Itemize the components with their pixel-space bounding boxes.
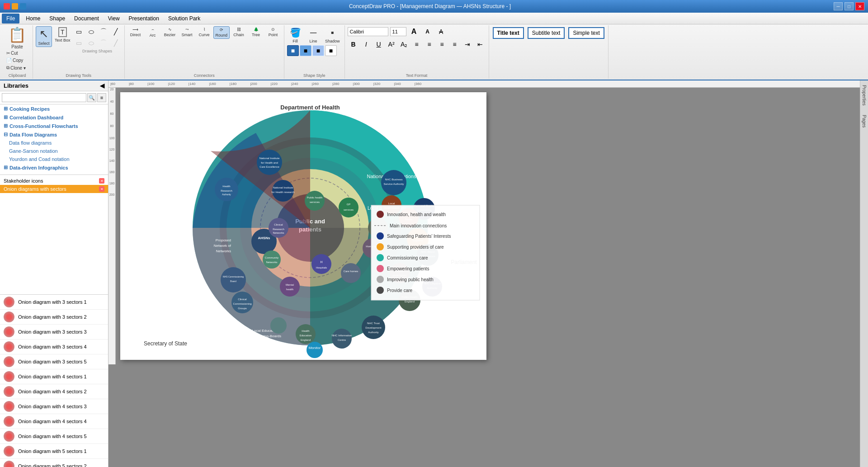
- style-1[interactable]: ■: [287, 45, 299, 56]
- simple-text-button[interactable]: Simple text: [568, 27, 604, 39]
- style-2[interactable]: ■: [300, 45, 311, 56]
- close-library-btn[interactable]: ✕: [99, 178, 104, 184]
- menu-view[interactable]: View: [104, 14, 124, 24]
- round-connector-button[interactable]: ⟳ Round: [213, 26, 230, 39]
- list-item[interactable]: Onion diagram with 5 sectors 1: [0, 444, 108, 459]
- minimize-btn[interactable]: ─: [834, 2, 843, 10]
- list-item[interactable]: Onion diagram with 3 sectors 4: [0, 340, 108, 354]
- list-item[interactable]: Onion diagram with 4 sectors 3: [0, 399, 108, 414]
- list-item[interactable]: Onion diagram with 4 sectors 2: [0, 384, 108, 399]
- ribbon-clipboard-group: 📋 Paste ✂ Cut 📄 Copy ⧉ Clone ▾ Clipboard: [2, 25, 33, 79]
- menu-shape[interactable]: Shape: [45, 14, 70, 24]
- direct-connector-button[interactable]: ⟶ Direct: [127, 26, 144, 38]
- svg-text:Centre: Centre: [338, 339, 346, 341]
- line-style-button[interactable]: ─ Line: [305, 26, 321, 44]
- clone-button[interactable]: ⧉ Clone ▾: [5, 64, 28, 71]
- list-item[interactable]: Onion diagram with 3 sectors 3: [0, 325, 108, 340]
- subscript-btn[interactable]: A₂: [398, 39, 410, 50]
- bold-btn[interactable]: B: [348, 39, 359, 50]
- superscript-btn[interactable]: A²: [386, 39, 397, 50]
- dash-oval-tool[interactable]: ⬭: [85, 38, 97, 48]
- svg-text:Commissioning care: Commissioning care: [387, 255, 428, 260]
- oval-tool[interactable]: ⬭: [85, 26, 97, 37]
- align-center-btn[interactable]: ≡: [424, 39, 435, 50]
- list-item[interactable]: Onion diagram with 5 sectors 2: [0, 459, 108, 467]
- open-library-onion[interactable]: Onion diagrams with sectors ✕: [0, 185, 108, 193]
- list-item[interactable]: Onion diagram with 3 sectors 5: [0, 354, 108, 369]
- title-text-button[interactable]: Title text: [493, 27, 524, 39]
- library-item-infographics[interactable]: ⊞ Data-driven Infographics: [0, 163, 108, 172]
- align-left-btn[interactable]: ≡: [411, 39, 423, 50]
- list-item[interactable]: Onion diagram with 4 sectors 1: [0, 369, 108, 384]
- curve-connector-button[interactable]: ⌇ Curve: [196, 26, 212, 38]
- outdent-btn[interactable]: ⇤: [474, 39, 486, 50]
- point-connector-button[interactable]: ⊙ Point: [265, 26, 281, 38]
- align-right-btn[interactable]: ≡: [436, 39, 448, 50]
- bezier-connector-button[interactable]: ∿ Bezier: [162, 26, 178, 38]
- canvas-content[interactable]: Public and patients Department of Health…: [120, 92, 486, 360]
- search-button[interactable]: 🔍: [87, 93, 96, 102]
- library-item-dataflow-1[interactable]: Data flow diagrams: [0, 139, 108, 147]
- arc-draw-tool[interactable]: ⌒: [98, 26, 109, 37]
- pages-tab[interactable]: Pages: [861, 111, 868, 131]
- canvas-area[interactable]: |60|80|100|120|140|160|180|200|220|240|2…: [108, 80, 860, 467]
- list-item[interactable]: Onion diagram with 3 sectors 2: [0, 310, 108, 325]
- style-3[interactable]: ■: [312, 45, 324, 56]
- library-item-dataflow-2[interactable]: Gane-Sarson notation: [0, 147, 108, 155]
- svg-text:Innovation, health and wealth: Innovation, health and wealth: [387, 212, 446, 217]
- library-item-correlation[interactable]: ⊞ Correlation Dashboard: [0, 113, 108, 122]
- list-item[interactable]: Onion diagram with 4 sectors 5: [0, 429, 108, 444]
- decrease-font-btn[interactable]: A: [422, 26, 434, 37]
- menu-home[interactable]: Home: [21, 14, 45, 24]
- menu-presentation[interactable]: Presentation: [124, 14, 164, 24]
- library-item-dataflow-3[interactable]: Yourdon and Coad notation: [0, 155, 108, 163]
- underline-btn[interactable]: U: [373, 39, 385, 50]
- chain-icon: ⛓: [237, 27, 241, 32]
- increase-font-btn[interactable]: A: [408, 26, 420, 37]
- collapse-sidebar-btn[interactable]: ◀: [100, 82, 104, 89]
- properties-tab[interactable]: Properties: [861, 81, 868, 109]
- arc-connector-button[interactable]: ⌢ Arc: [145, 26, 161, 38]
- close-btn[interactable]: ✕: [855, 2, 864, 10]
- align-justify-btn[interactable]: ≡: [449, 39, 461, 50]
- font-name-input[interactable]: [348, 27, 388, 36]
- tree-icon: 🌲: [254, 27, 259, 32]
- font-size-input[interactable]: [390, 27, 406, 36]
- list-item[interactable]: Onion diagram with 3 sectors 1: [0, 295, 108, 310]
- rect-tool[interactable]: ▭: [73, 26, 85, 37]
- dash-line-tool[interactable]: ╱: [110, 38, 122, 48]
- textbox-button[interactable]: T Text Box: [53, 26, 72, 43]
- smart-connector-button[interactable]: ⤳ Smart: [179, 26, 195, 38]
- library-item-cooking[interactable]: ⊞ Cooking Recipes: [0, 104, 108, 113]
- svg-text:Proposed: Proposed: [216, 238, 231, 242]
- close-onion-library-btn[interactable]: ✕: [99, 186, 104, 192]
- svg-text:for Health and: for Health and: [261, 161, 278, 164]
- library-item-flowcharts[interactable]: ⊞ Cross-Functional Flowcharts: [0, 122, 108, 130]
- search-input[interactable]: [2, 93, 86, 102]
- select-button[interactable]: ↖ Select: [36, 26, 52, 47]
- subtitle-text-button[interactable]: Subtitle text: [528, 27, 565, 39]
- open-library-stakeholder[interactable]: Stakeholder icons ✕: [0, 177, 108, 185]
- strikethrough-btn[interactable]: A: [435, 26, 447, 37]
- library-item-dataflow[interactable]: ⊟ Data Flow Diagrams: [0, 130, 108, 139]
- list-view-button[interactable]: ≡: [97, 93, 106, 102]
- shadow-button[interactable]: ▪ Shadow: [323, 26, 342, 44]
- menu-file[interactable]: File: [2, 14, 19, 24]
- italic-btn[interactable]: I: [360, 39, 372, 50]
- svg-text:Clinical: Clinical: [238, 298, 246, 301]
- style-4[interactable]: ■: [325, 45, 337, 56]
- menu-document[interactable]: Document: [70, 14, 104, 24]
- line-tool[interactable]: ╱: [110, 26, 122, 37]
- chain-connector-button[interactable]: ⛓ Chain: [231, 26, 247, 38]
- indent-btn[interactable]: ⇥: [462, 39, 473, 50]
- copy-button[interactable]: 📄 Copy: [5, 57, 28, 64]
- list-item[interactable]: Onion diagram with 4 sectors 4: [0, 414, 108, 429]
- tree-connector-button[interactable]: 🌲 Tree: [248, 26, 264, 38]
- cut-button[interactable]: ✂ Cut: [5, 50, 28, 57]
- fill-button[interactable]: 🪣 Fill: [287, 26, 303, 44]
- paste-button[interactable]: 📋 Paste: [5, 26, 30, 49]
- maximize-btn[interactable]: □: [844, 2, 854, 10]
- menu-solution-park[interactable]: Solution Park: [164, 14, 205, 24]
- dash-arc-tool[interactable]: ⌒: [98, 38, 109, 48]
- dash-rect-tool[interactable]: ▭: [73, 38, 85, 48]
